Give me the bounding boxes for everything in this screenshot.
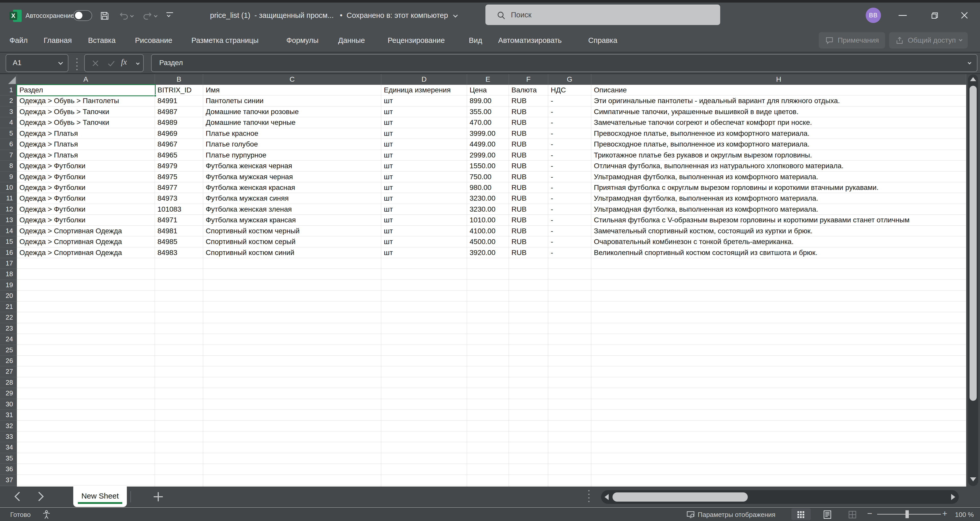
cell-F8[interactable]: RUB <box>509 161 548 171</box>
cell-E17[interactable] <box>467 258 509 269</box>
cell-C16[interactable]: Спортивный костюм синий <box>203 247 381 258</box>
cell-G7[interactable]: - <box>548 150 591 161</box>
row-header-25[interactable]: 25 <box>0 345 17 355</box>
cell-A37[interactable] <box>17 475 155 486</box>
cell-F17[interactable] <box>509 258 548 269</box>
cell-G5[interactable]: - <box>548 128 591 139</box>
save-icon[interactable] <box>100 11 110 21</box>
cell-B34[interactable] <box>155 442 203 453</box>
vertical-scrollbar[interactable] <box>966 74 980 486</box>
ribbon-tab-4[interactable]: Разметка страницы <box>191 36 259 45</box>
cell-F4[interactable]: RUB <box>509 117 548 128</box>
row-header-11[interactable]: 11 <box>0 193 17 204</box>
cell-B28[interactable] <box>155 377 203 388</box>
cell-D18[interactable] <box>381 269 467 279</box>
cell-F19[interactable] <box>509 280 548 290</box>
cell-B32[interactable] <box>155 421 203 432</box>
row-header-7[interactable]: 7 <box>0 150 17 161</box>
cell-B29[interactable] <box>155 388 203 399</box>
cell-C17[interactable] <box>203 258 381 269</box>
cell-D17[interactable] <box>381 258 467 269</box>
cell-A8[interactable]: Одежда > Футболки <box>17 161 155 171</box>
cell-E24[interactable] <box>467 334 509 345</box>
cell-G19[interactable] <box>548 280 591 290</box>
cell-A36[interactable] <box>17 464 155 475</box>
cell-C7[interactable]: Платье пурпурное <box>203 150 381 161</box>
cell-E1[interactable]: Цена <box>467 85 509 96</box>
cell-A33[interactable] <box>17 432 155 442</box>
cell-H2[interactable]: Эти оригинальные пантолеты - идеальный в… <box>591 96 966 106</box>
cell-F16[interactable]: RUB <box>509 247 548 258</box>
cell-C6[interactable]: Платье голубое <box>203 139 381 150</box>
row-header-13[interactable]: 13 <box>0 215 17 225</box>
cell-G4[interactable]: - <box>548 117 591 128</box>
cell-H24[interactable] <box>591 334 966 345</box>
row-header-10[interactable]: 10 <box>0 182 17 193</box>
row-header-37[interactable]: 37 <box>0 475 17 486</box>
cell-E21[interactable] <box>467 301 509 312</box>
cell-H22[interactable] <box>591 312 966 323</box>
scroll-down-icon[interactable] <box>970 477 976 481</box>
cell-E26[interactable] <box>467 355 509 366</box>
cell-C18[interactable] <box>203 269 381 279</box>
undo-icon[interactable] <box>119 11 129 21</box>
enter-icon[interactable] <box>106 58 116 69</box>
cell-G26[interactable] <box>548 355 591 366</box>
row-header-28[interactable]: 28 <box>0 377 17 388</box>
cell-B2[interactable]: 84991 <box>155 96 203 106</box>
cell-G37[interactable] <box>548 475 591 486</box>
cell-E2[interactable]: 899.00 <box>467 96 509 106</box>
cell-A32[interactable] <box>17 421 155 432</box>
cell-B6[interactable]: 84967 <box>155 139 203 150</box>
prev-sheet-icon[interactable] <box>14 492 24 501</box>
cell-D35[interactable] <box>381 453 467 464</box>
column-header-C[interactable]: C <box>203 74 381 85</box>
cell-E8[interactable]: 1550.00 <box>467 161 509 171</box>
close-button[interactable] <box>956 6 974 24</box>
cell-E34[interactable] <box>467 442 509 453</box>
cell-E5[interactable]: 3999.00 <box>467 128 509 139</box>
cell-B25[interactable] <box>155 345 203 355</box>
cell-D32[interactable] <box>381 421 467 432</box>
cell-A34[interactable] <box>17 442 155 453</box>
cell-G29[interactable] <box>548 388 591 399</box>
cell-H27[interactable] <box>591 366 966 377</box>
cell-E14[interactable]: 4100.00 <box>467 226 509 236</box>
cell-B33[interactable] <box>155 432 203 442</box>
cell-D25[interactable] <box>381 345 467 355</box>
cell-D2[interactable]: шт <box>381 96 467 106</box>
cell-H1[interactable]: Описание <box>591 85 966 96</box>
page-layout-view-icon[interactable] <box>822 510 832 520</box>
cell-E18[interactable] <box>467 269 509 279</box>
row-header-22[interactable]: 22 <box>0 312 17 323</box>
ribbon-tab-2[interactable]: Вставка <box>88 36 116 45</box>
cell-G11[interactable]: - <box>548 193 591 204</box>
insert-function-icon[interactable]: fx <box>121 57 127 67</box>
ribbon-tab-9[interactable]: Автоматизировать <box>498 36 562 45</box>
cell-D7[interactable]: шт <box>381 150 467 161</box>
row-header-12[interactable]: 12 <box>0 204 17 215</box>
cell-B10[interactable]: 84977 <box>155 182 203 193</box>
cell-G8[interactable]: - <box>548 161 591 171</box>
cell-B21[interactable] <box>155 301 203 312</box>
cell-C5[interactable]: Платье красное <box>203 128 381 139</box>
cell-A2[interactable]: Одежда > Обувь > Пантолеты <box>17 96 155 106</box>
cell-F26[interactable] <box>509 355 548 366</box>
select-all-corner[interactable] <box>0 74 17 85</box>
row-header-6[interactable]: 6 <box>0 139 17 150</box>
cell-E4[interactable]: 470.00 <box>467 117 509 128</box>
display-options-label[interactable]: Параметры отображения <box>698 511 775 519</box>
cell-H25[interactable] <box>591 345 966 355</box>
cell-B24[interactable] <box>155 334 203 345</box>
cell-H36[interactable] <box>591 464 966 475</box>
cell-C4[interactable]: Домашние тапочки черные <box>203 117 381 128</box>
row-header-21[interactable]: 21 <box>0 301 17 312</box>
cell-E20[interactable] <box>467 290 509 301</box>
cell-C31[interactable] <box>203 410 381 421</box>
cell-F36[interactable] <box>509 464 548 475</box>
column-header-G[interactable]: G <box>548 74 591 85</box>
cell-E16[interactable]: 3920.00 <box>467 247 509 258</box>
ribbon-tab-8[interactable]: Вид <box>469 36 482 45</box>
cell-C1[interactable]: Имя <box>203 85 381 96</box>
cell-E25[interactable] <box>467 345 509 355</box>
